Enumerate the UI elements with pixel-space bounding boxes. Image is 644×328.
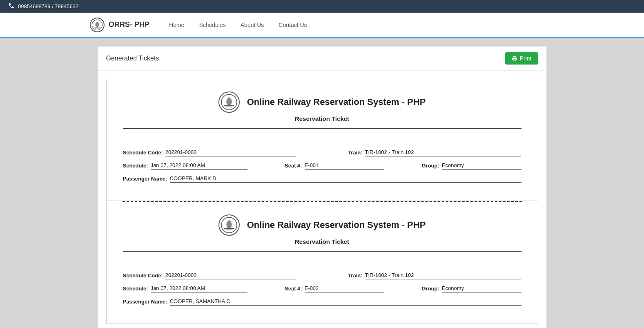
ticket-1-seat-value: E-001	[305, 162, 384, 170]
ticket-2-group-value: Economy	[442, 285, 521, 292]
ticket-2-group-label: Group:	[422, 286, 439, 292]
ticket-2-schedule-code-value: 202201-0003	[165, 272, 296, 279]
phone-icon	[8, 2, 15, 10]
ticket-1-header: Online Railway Reservation System - PHP …	[123, 91, 521, 129]
ticket-1-train-label: Train:	[348, 149, 362, 156]
ticket-2-logo	[218, 214, 240, 236]
phone-number: 09854698789 / 78945632	[18, 3, 78, 9]
print-button[interactable]: Print	[505, 52, 538, 65]
nav-contact[interactable]: Contact Us	[271, 13, 314, 36]
ticket-1-schedule-field: Schedule: Jan 07, 2022 08:00 AM	[123, 162, 247, 170]
ticket-2-passenger-value: COOPER, SAMANTHA C	[170, 298, 521, 306]
navbar-brand[interactable]: ORRS- PHP	[90, 18, 149, 32]
ticket-1-schedule-value: Jan 07, 2022 08:00 AM	[151, 162, 247, 170]
ticket-1-seat-field: Seat #: E-001	[285, 162, 384, 170]
ticket-2-passenger-label: Passenger Name:	[123, 299, 167, 306]
ticket-1-train-value: TIR-1002 - Train 102	[365, 149, 521, 156]
ticket-2-subtitle: Reservation Ticket	[295, 238, 349, 245]
ticket-2-schedule-code-field: Schedule Code: 202201-0003	[123, 272, 296, 279]
tickets-area: Online Railway Reservation System - PHP …	[98, 71, 546, 328]
ticket-1-schedule-code-field: Schedule Code: 202201-0003	[123, 149, 296, 156]
ticket-1-title: Online Railway Reservation System - PHP	[247, 97, 426, 107]
ticket-2-schedule-code-label: Schedule Code:	[123, 272, 163, 279]
ticket-2: Online Railway Reservation System - PHP …	[106, 202, 538, 324]
ticket-1-passenger-field: Passenger Name: COOPER, MARK D	[123, 175, 521, 183]
ticket-1-schedule-code-value: 202201-0003	[165, 149, 296, 156]
navbar-links: Home Schedules About Us Contact Us	[162, 13, 314, 36]
ticket-2-train-value: TIR-1002 - Train 102	[365, 272, 521, 279]
page-header: Generated Tickets Print	[98, 47, 546, 71]
ticket-2-train-field: Train: TIR-1002 - Train 102	[348, 272, 521, 279]
ticket-2-body: Schedule Code: 202201-0003 Train: TIR-10…	[123, 260, 521, 306]
ticket-1-schedule-label: Schedule:	[123, 163, 148, 170]
ticket-1-group-value: Economy	[442, 162, 521, 170]
ticket-2-row-2: Schedule: Jan 07, 2022 08:00 AM Seat #: …	[123, 285, 521, 292]
nav-about[interactable]: About Us	[233, 13, 272, 36]
ticket-2-passenger-field: Passenger Name: COOPER, SAMANTHA C	[123, 298, 521, 306]
ticket-1-passenger-value: COOPER, MARK D	[170, 175, 521, 183]
page-container: Generated Tickets Print	[98, 46, 547, 328]
ticket-2-schedule-label: Schedule:	[123, 286, 148, 292]
nav-schedules[interactable]: Schedules	[192, 13, 233, 36]
print-label: Print	[520, 55, 532, 62]
ticket-1-header-inner: Online Railway Reservation System - PHP	[218, 91, 426, 113]
ticket-2-row-1: Schedule Code: 202201-0003 Train: TIR-10…	[123, 272, 521, 279]
ticket-1-group-field: Group: Economy	[422, 162, 521, 170]
ticket-2-schedule-value: Jan 07, 2022 08:00 AM	[151, 285, 247, 292]
ticket-1-seat-label: Seat #:	[285, 163, 302, 170]
ticket-2-title: Online Railway Reservation System - PHP	[247, 220, 426, 230]
ticket-1-row-2: Schedule: Jan 07, 2022 08:00 AM Seat #: …	[123, 162, 521, 170]
ticket-1-body: Schedule Code: 202201-0003 Train: TIR-10…	[123, 137, 521, 183]
ticket-2-seat-field: Seat #: E-002	[285, 285, 384, 292]
ticket-2-group-field: Group: Economy	[422, 285, 521, 292]
ticket-1-row-1: Schedule Code: 202201-0003 Train: TIR-10…	[123, 149, 521, 156]
ticket-2-row-3: Passenger Name: COOPER, SAMANTHA C	[123, 298, 521, 306]
brand-name: ORRS- PHP	[109, 20, 149, 29]
ticket-1-logo	[218, 91, 240, 113]
ticket-2-seat-label: Seat #:	[285, 286, 302, 292]
ticket-2-header-inner: Online Railway Reservation System - PHP	[218, 214, 426, 236]
ticket-1-train-field: Train: TIR-1002 - Train 102	[348, 149, 521, 156]
main-content: Generated Tickets Print	[98, 46, 547, 328]
top-bar: 09854698789 / 78945632	[0, 0, 644, 13]
ticket-1-schedule-code-label: Schedule Code:	[123, 149, 163, 156]
nav-home[interactable]: Home	[162, 13, 192, 36]
ticket-2-train-label: Train:	[348, 272, 362, 279]
ticket-1-row-3: Passenger Name: COOPER, MARK D	[123, 175, 521, 183]
ticket-1-subtitle: Reservation Ticket	[295, 115, 349, 122]
ticket-1: Online Railway Reservation System - PHP …	[106, 79, 538, 201]
ticket-2-seat-value: E-002	[305, 285, 384, 292]
ticket-2-schedule-field: Schedule: Jan 07, 2022 08:00 AM	[123, 285, 247, 292]
navbar-logo	[90, 18, 105, 32]
ticket-1-passenger-label: Passenger Name:	[123, 176, 167, 183]
page-title: Generated Tickets	[106, 55, 159, 62]
ticket-1-group-label: Group:	[422, 163, 439, 170]
ticket-2-header: Online Railway Reservation System - PHP …	[123, 214, 521, 252]
navbar: ORRS- PHP Home Schedules About Us Contac…	[0, 13, 644, 38]
